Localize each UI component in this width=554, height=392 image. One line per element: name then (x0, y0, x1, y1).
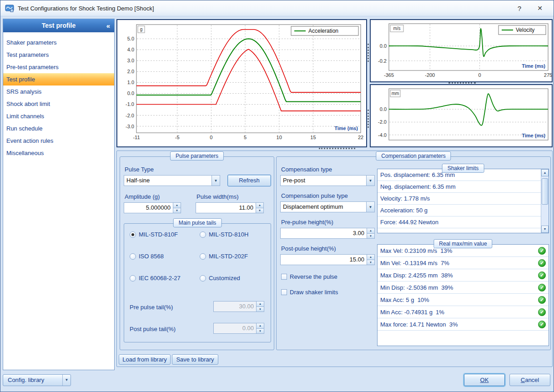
pulse-width-value[interactable]: 11.00 (196, 203, 256, 213)
shaker-limits-tab: Shaker limits (442, 164, 484, 173)
help-button[interactable]: ? (512, 0, 527, 16)
maxmin-row[interactable]: Max Acc: 5 g 10% ✓ (378, 294, 549, 306)
post-pulse-height-value[interactable]: 15.00 (281, 255, 367, 265)
sidebar-item-run-schedule[interactable]: Run schedule (3, 122, 114, 135)
splitter-handle[interactable] (319, 148, 355, 149)
radio-mil-std-810f[interactable]: MIL-STD-810F (130, 231, 178, 238)
amplitude-stepper[interactable]: 5.000000 ▲▼ (124, 202, 181, 213)
spin-buttons: ▲▼ (256, 323, 264, 333)
scroll-down-icon[interactable]: ▼ (541, 226, 549, 233)
cancel-button[interactable]: Cancel (509, 374, 550, 386)
sidebar-item-shock-abort-limit[interactable]: Shock abort limit (3, 98, 114, 110)
sidebar-item-miscellaneous[interactable]: Miscellaneous (3, 147, 114, 159)
close-icon[interactable]: ✕ (530, 0, 550, 16)
acceleration-chart[interactable]: 5.04.03.02.01.00.0-1.0-2.0-3.0-11-505101… (116, 19, 367, 147)
splitter-handle[interactable] (448, 82, 476, 84)
sidebar-item-limit-channels[interactable]: Limit channels (3, 110, 114, 122)
shaker-limit-row[interactable]: Velocity: 1.778 m/s (378, 193, 541, 205)
spin-up-icon[interactable]: ▲ (173, 203, 181, 208)
check-circle-icon: ✓ (538, 247, 546, 255)
svg-text:2.0: 2.0 (127, 69, 134, 74)
reverse-pulse-checkbox[interactable]: Reverse the pulse (281, 273, 337, 280)
pulse-type-dropdown[interactable]: Half-sine ▼ (124, 175, 220, 186)
sidebar-item-srs-analysis[interactable]: SRS analysis (3, 85, 114, 98)
pre-pulse-height-stepper[interactable]: 3.00 ▲▼ (280, 228, 375, 239)
maxmin-list: Real max/min value Max Vel: 0.23109 m/s … (377, 244, 549, 346)
radio-label: MIL-STD-810F (139, 231, 178, 238)
radio-iec-60068-2-27[interactable]: IEC 60068-2-27 (130, 275, 181, 281)
scroll-up-icon[interactable]: ▲ (541, 169, 549, 176)
radio-icon (200, 275, 206, 281)
ok-button[interactable]: OK (464, 374, 505, 386)
radio-label: Customized (209, 275, 240, 281)
compensation-type-label: Compensation type (281, 166, 332, 173)
collapse-panel-icon[interactable]: « (106, 19, 110, 32)
sidebar-item-test-parameters[interactable]: Test parameters (3, 49, 114, 61)
check-circle-icon: ✓ (538, 284, 546, 291)
shaker-limits-rows: Pos. displacement: 6.35 mm Neg. displace… (378, 169, 541, 228)
sidebar-item-test-profile[interactable]: Test profile (3, 73, 114, 85)
sidebar-item-shaker-parameters[interactable]: Shaker parameters (3, 36, 114, 49)
spin-down-icon[interactable]: ▼ (173, 208, 181, 213)
radio-label: ISO 8568 (139, 253, 164, 260)
refresh-button[interactable]: Refresh (227, 175, 271, 186)
load-from-library-button[interactable]: Load from library (119, 354, 171, 365)
spin-down-icon[interactable]: ▼ (256, 208, 263, 213)
svg-text:Time (ms): Time (ms) (334, 126, 358, 131)
shaker-limit-row[interactable]: Neg. displacement: 6.35 mm (378, 181, 541, 193)
svg-text:0: 0 (478, 72, 481, 78)
spin-down-icon[interactable]: ▼ (367, 260, 374, 265)
radio-iso-8568[interactable]: ISO 8568 (130, 253, 164, 260)
chevron-down-icon[interactable]: ▼ (366, 202, 374, 212)
pre-pulse-height-value[interactable]: 3.00 (281, 228, 367, 238)
maxmin-row[interactable]: Max Disp: 2.4255 mm 38% ✓ (378, 269, 549, 281)
draw-shaker-limits-checkbox[interactable]: Draw shaker limits (281, 289, 338, 296)
radio-mil-std-202f[interactable]: MIL-STD-202F (200, 253, 248, 260)
shaker-limits-scrollbar[interactable]: ▲ ▼ (541, 169, 549, 233)
compensation-parameters-tab: Compensation parameters (376, 151, 451, 161)
svg-text:-11: -11 (133, 135, 140, 140)
splitter-handle[interactable] (368, 110, 369, 128)
config-library-button[interactable]: Config. library ▼ (3, 374, 71, 386)
checkbox-icon (281, 274, 287, 280)
check-circle-icon: ✓ (538, 259, 546, 267)
chevron-down-icon[interactable]: ▼ (366, 176, 374, 186)
compensation-pulse-type-dropdown[interactable]: Displacement optimum ▼ (280, 201, 375, 212)
maxmin-row[interactable]: Min Disp: -2.5036 mm 39% ✓ (378, 281, 549, 294)
radio-customized[interactable]: Customized (200, 275, 240, 281)
svg-text:0.0: 0.0 (380, 106, 387, 112)
maxmin-text: Max Disp: 2.4255 mm 38% (380, 272, 538, 279)
spin-buttons: ▲▼ (173, 203, 181, 213)
spin-down-icon[interactable]: ▼ (367, 233, 374, 239)
compensation-type-dropdown[interactable]: Pre-post ▼ (280, 175, 375, 186)
svg-text:-4.0: -4.0 (378, 132, 387, 138)
sidebar-item-event-action-rules[interactable]: Event action rules (3, 135, 114, 147)
shaker-limit-row[interactable]: Acceleration: 50 g (378, 205, 541, 216)
scrollbar-thumb[interactable] (542, 178, 548, 205)
chevron-down-icon[interactable]: ▼ (212, 176, 220, 186)
velocity-chart[interactable]: 0.0-0.2-365-2000275m/sTime (ms)Velocity (370, 19, 553, 82)
spin-up-icon[interactable]: ▲ (367, 228, 374, 233)
svg-text:5.0: 5.0 (127, 36, 134, 41)
checkbox-icon (281, 289, 287, 295)
maxmin-row[interactable]: Min Vel: -0.13194 m/s 7% ✓ (378, 257, 549, 269)
spin-down-icon: ▼ (257, 307, 264, 312)
displacement-chart[interactable]: 0.0-2.0-4.0mmTime (ms) (370, 84, 553, 147)
maxmin-row[interactable]: Max force: 14.71 Newton 3% ✓ (378, 318, 549, 331)
pre-pulse-tail-stepper: 30.00 ▲▼ (213, 301, 264, 312)
spin-up-icon[interactable]: ▲ (367, 255, 374, 260)
pulse-width-stepper[interactable]: 11.00 ▲▼ (196, 202, 264, 213)
amplitude-value[interactable]: 5.000000 (124, 203, 173, 213)
sidebar-item-pre-test-parameters[interactable]: Pre-test parameters (3, 61, 114, 73)
spin-up-icon[interactable]: ▲ (256, 203, 263, 208)
radio-icon (200, 231, 206, 238)
sidebar: Test profile « Shaker parameters Test pa… (3, 19, 115, 370)
maxmin-row[interactable]: Min Acc: -0.74931 g 1% ✓ (378, 306, 549, 318)
radio-mil-std-810h[interactable]: MIL-STD-810H (200, 231, 248, 238)
post-pulse-height-stepper[interactable]: 15.00 ▲▼ (280, 254, 375, 265)
svg-text:-3.0: -3.0 (126, 124, 134, 129)
splitter-handle[interactable] (368, 44, 369, 62)
save-to-library-button[interactable]: Save to library (172, 354, 218, 365)
check-circle-icon: ✓ (538, 296, 546, 304)
shaker-limit-row[interactable]: Force: 444.92 Newton (378, 216, 541, 228)
